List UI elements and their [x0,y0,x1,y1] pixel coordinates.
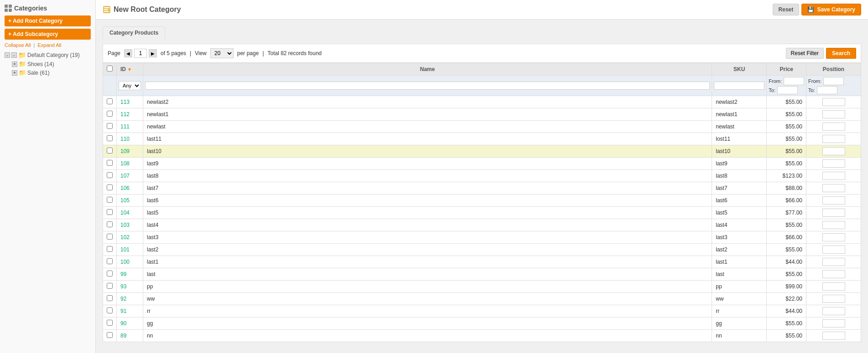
row-id-link[interactable]: 91 [120,308,126,314]
row-id-link[interactable]: 90 [120,320,126,327]
row-checkbox[interactable] [107,209,113,215]
row-id-link[interactable]: 110 [120,136,130,142]
row-checkbox[interactable] [107,271,113,276]
row-position-input[interactable] [822,282,845,291]
row-checkbox[interactable] [107,234,113,240]
tab-category-products[interactable]: Category Products [103,26,165,39]
tree-expand-sale[interactable]: + [12,70,17,76]
page-next-button[interactable]: ▶ [149,49,157,57]
row-id-link[interactable]: 102 [120,234,130,240]
row-id-link[interactable]: 108 [120,160,130,167]
row-position-input[interactable] [822,221,845,229]
row-position-input[interactable] [822,98,845,106]
row-id-link[interactable]: 106 [120,185,130,191]
row-checkbox[interactable] [107,135,113,141]
row-position-input[interactable] [822,123,845,131]
row-position-input[interactable] [822,209,845,217]
row-id-link[interactable]: 107 [120,173,130,179]
search-button[interactable]: Search [826,48,856,59]
row-checkbox[interactable] [107,258,113,264]
th-name[interactable]: Name [143,63,712,76]
row-id-link[interactable]: 100 [120,259,130,265]
filter-sku-input[interactable] [714,82,764,90]
row-checkbox[interactable] [107,221,113,227]
row-position-input[interactable] [822,295,845,303]
row-position-input[interactable] [822,307,845,315]
tree-item-shoes[interactable]: + 📁 Shoes (14) [12,60,91,68]
reset-filter-button[interactable]: Reset Filter [786,48,824,59]
row-id-cell: 91 [117,305,143,317]
filter-pos-to-input[interactable] [817,86,837,94]
row-checkbox[interactable] [107,246,113,252]
expand-all-link[interactable]: Expand All [37,42,61,48]
row-position-input[interactable] [822,246,845,254]
filter-pos-from-input[interactable] [823,77,844,85]
tree-expand-shoes[interactable]: + [12,61,17,67]
row-checkbox[interactable] [107,283,113,289]
page-input[interactable] [134,49,147,58]
row-id-link[interactable]: 109 [120,148,130,154]
row-id-link[interactable]: 111 [120,123,130,130]
add-subcategory-button[interactable]: + Add Subcategory [5,29,91,40]
row-id-link[interactable]: 89 [120,333,126,339]
row-position-input[interactable] [822,147,845,155]
row-checkbox[interactable] [107,295,113,301]
tree-label-sale[interactable]: Sale (61) [27,70,50,76]
row-id-link[interactable]: 105 [120,197,130,204]
filter-price-cell: From: To: [767,76,806,96]
row-position-cell [806,256,861,268]
row-position-input[interactable] [822,319,845,327]
row-id-link[interactable]: 113 [120,99,130,105]
reset-button[interactable]: Reset [773,4,800,15]
row-checkbox[interactable] [107,307,113,313]
row-position-input[interactable] [822,135,845,143]
records-label: Total 82 records found [268,50,322,56]
save-category-button[interactable]: 💾 Save Category [801,4,861,15]
row-name-cell: last9 [143,158,712,170]
filter-name-input[interactable] [145,82,710,90]
row-id-link[interactable]: 112 [120,111,130,118]
add-root-category-button[interactable]: + Add Root Category [5,15,91,26]
tree-item-default-category[interactable]: - - 📁 Default Category (19) [5,51,91,60]
row-position-input[interactable] [822,159,845,168]
row-id-link[interactable]: 103 [120,222,130,228]
row-position-input[interactable] [822,258,845,266]
select-all-checkbox[interactable] [107,66,113,72]
collapse-all-link[interactable]: Collapse All [5,42,31,48]
row-position-input[interactable] [822,110,845,118]
row-checkbox[interactable] [107,148,113,153]
row-checkbox[interactable] [107,160,113,166]
tree-label-default[interactable]: Default Category (19) [27,52,80,58]
row-id-link[interactable]: 101 [120,246,130,253]
filter-any-select[interactable]: Any [119,81,141,90]
page-prev-button[interactable]: ◀ [124,49,132,57]
row-position-input[interactable] [822,270,845,278]
row-checkbox[interactable] [107,320,113,326]
row-position-input[interactable] [822,196,845,205]
row-position-input[interactable] [822,172,845,180]
row-id-link[interactable]: 92 [120,296,126,302]
row-id-link[interactable]: 93 [120,283,126,290]
row-checkbox[interactable] [107,172,113,178]
tree-expand-icon[interactable]: - [5,52,10,58]
row-id-link[interactable]: 104 [120,210,130,216]
row-position-input[interactable] [822,184,845,192]
row-checkbox[interactable] [107,197,113,203]
row-checkbox[interactable] [107,184,113,190]
filter-price-from-input[interactable] [784,77,804,85]
row-checkbox[interactable] [107,123,113,129]
row-id-cell: 92 [117,293,143,305]
tree-item-sale[interactable]: + 📁 Sale (61) [12,68,91,77]
row-id-cell: 103 [117,219,143,231]
tree-expand-icon2[interactable]: - [11,52,17,58]
row-id-link[interactable]: 99 [120,271,126,277]
row-position-input[interactable] [822,332,845,340]
row-checkbox[interactable] [107,111,113,117]
tree-label-shoes[interactable]: Shoes (14) [27,61,54,67]
th-id[interactable]: ID ▼ [117,63,143,76]
row-checkbox[interactable] [107,332,113,338]
row-checkbox[interactable] [107,98,113,104]
row-position-input[interactable] [822,233,845,241]
filter-price-to-input[interactable] [777,86,798,94]
per-page-select[interactable]: 20 10 30 50 100 200 [210,48,234,58]
